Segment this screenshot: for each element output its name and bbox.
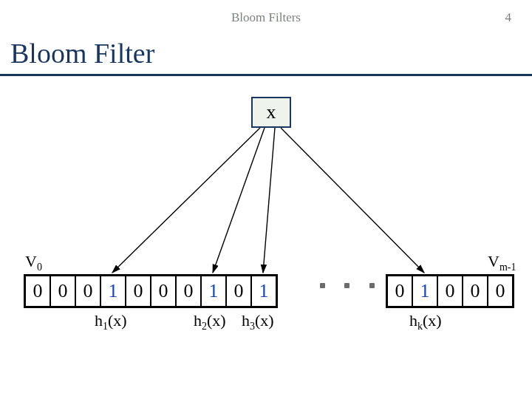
hash-label: h3(x) <box>242 311 274 332</box>
bit-cell: 0 <box>26 276 51 306</box>
bit-cell: 0 <box>227 276 252 306</box>
bit-cell: 0 <box>488 276 512 306</box>
arrow-line <box>213 128 265 273</box>
bit-cell: 1 <box>101 276 126 306</box>
vector-start-label: V0 <box>25 252 42 273</box>
bit-cell: 0 <box>463 276 488 306</box>
bit-cell: 0 <box>126 276 151 306</box>
bit-cell: 0 <box>438 276 463 306</box>
bit-vector-right: 01000 <box>386 274 514 308</box>
bit-cell: 1 <box>413 276 438 306</box>
arrow-line <box>112 128 260 273</box>
bit-vector-left: 0001000101 <box>24 274 278 308</box>
bit-cell: 0 <box>388 276 413 306</box>
bit-cell: 0 <box>76 276 101 306</box>
hash-label: hk(x) <box>409 311 442 332</box>
arrow-line <box>263 128 275 273</box>
bit-cell: 0 <box>151 276 177 306</box>
dot-icon <box>320 283 325 288</box>
bit-cell: 1 <box>202 276 227 306</box>
bit-cell: 0 <box>51 276 76 306</box>
diagram-stage: x V0 Vm-1 0001000101 01000 h1(x)h2(x)h3(… <box>0 76 532 386</box>
bit-cell: 0 <box>177 276 202 306</box>
element-box: x <box>251 97 291 128</box>
dot-icon <box>369 283 375 288</box>
hash-label: h2(x) <box>194 311 226 332</box>
vector-end-label: Vm-1 <box>488 252 516 273</box>
slide-title: Bloom Filter <box>10 37 532 69</box>
hash-label: h1(x) <box>95 311 127 332</box>
page-number: 4 <box>505 10 512 25</box>
slide-header: Bloom Filters 4 <box>0 10 532 25</box>
arrow-line <box>281 128 424 273</box>
bit-cell: 1 <box>252 276 276 306</box>
ellipsis-dots <box>310 283 384 288</box>
header-title: Bloom Filters <box>231 10 301 24</box>
dot-icon <box>344 283 349 288</box>
